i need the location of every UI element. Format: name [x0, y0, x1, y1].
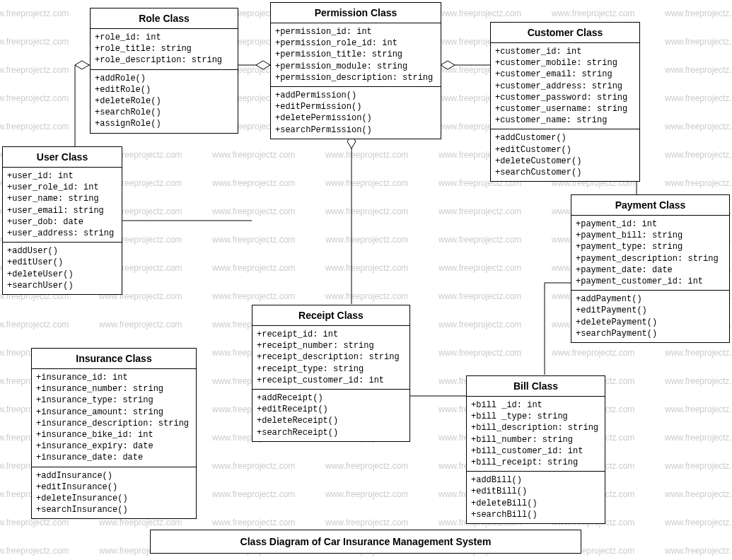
watermark-text: www.freeprojectz.com: [665, 122, 732, 132]
watermark-text: www.freeprojectz.com: [212, 263, 295, 273]
class-member: +user_dob: date: [7, 216, 117, 228]
class-member: +editCustomer(): [495, 144, 635, 156]
svg-marker-6: [441, 61, 455, 69]
class-member: +receipt_description: string: [257, 351, 405, 363]
class-member: +deleteCustomer(): [495, 156, 635, 167]
watermark-text: www.freeprojectz.com: [665, 376, 732, 386]
watermark-text: www.freeprojectz.com: [438, 206, 521, 216]
watermark-text: www.freeprojectz.com: [212, 150, 295, 160]
class-member: +insurance_expiry: date: [36, 441, 192, 452]
watermark-text: www.freeprojectz.com: [665, 489, 732, 499]
class-member: +searchUser(): [7, 280, 117, 291]
class-member: +addBill(): [471, 474, 600, 486]
watermark-text: www.freeprojectz.com: [212, 291, 295, 301]
class-member: +deleteInsurance(): [36, 493, 192, 504]
class-member: +addRole(): [95, 73, 233, 84]
class-member: +searchRole(): [95, 107, 233, 118]
watermark-text: www.freeprojectz.com: [552, 8, 634, 18]
class-member: +editReceipt(): [257, 404, 405, 415]
class-member: +bill_description: string: [471, 422, 600, 433]
watermark-text: www.freeprojectz.com: [665, 65, 732, 75]
class-member: +deleteReceipt(): [257, 415, 405, 426]
watermark-text: www.freeprojectz.com: [665, 461, 732, 471]
class-member: +deletePermission(): [275, 112, 436, 124]
class-title: Role Class: [91, 8, 238, 29]
class-member: +editPermission(): [275, 101, 436, 112]
watermark-text: www.freeprojectz.com: [212, 489, 295, 499]
class-member: +permission_description: string: [275, 72, 436, 83]
watermark-text: www.freeprojectz.com: [665, 518, 732, 527]
class-member: +customer_password: string: [495, 92, 635, 103]
watermark-text: www.freeprojectz.com: [0, 546, 69, 556]
class-member: +searchBill(): [471, 509, 600, 520]
watermark-text: www.freeprojectz.com: [0, 93, 69, 103]
class-member: +role_description: string: [95, 54, 233, 66]
class-member: +payment_bill: string: [576, 230, 725, 241]
watermark-text: www.freeprojectz.com: [325, 461, 408, 471]
class-attributes: +user_id: int+user_role_id: int+user_nam…: [3, 168, 122, 243]
watermark-text: www.freeprojectz.com: [0, 37, 69, 47]
class-member: +receipt_customer_id: int: [257, 375, 405, 386]
class-member: +addInsurance(): [36, 470, 192, 482]
class-user: User Class +user_id: int+user_role_id: i…: [2, 146, 122, 295]
watermark-text: www.freeprojectz.com: [0, 320, 69, 329]
watermark-text: www.freeprojectz.com: [665, 404, 732, 414]
class-member: +searchReceipt(): [257, 427, 405, 438]
class-member: +searchInsurance(): [36, 504, 192, 515]
class-member: +user_name: string: [7, 193, 117, 204]
class-member: +insurance_description: string: [36, 418, 192, 429]
svg-marker-4: [256, 61, 270, 69]
class-member: +receipt_number: string: [257, 340, 405, 351]
watermark-text: www.freeprojectz.com: [212, 178, 295, 188]
watermark-text: www.freeprojectz.com: [665, 37, 732, 47]
class-methods: +addUser()+editUser()+deleteUser()+searc…: [3, 243, 122, 294]
class-member: +insurance_date: date: [36, 452, 192, 463]
class-methods: +addBill()+editBill()+deleteBill()+searc…: [467, 472, 605, 523]
class-attributes: +receipt_id: int+receipt_number: string+…: [252, 326, 409, 390]
class-title: User Class: [3, 147, 122, 168]
class-member: +deleteBill(): [471, 498, 600, 509]
class-member: +editBill(): [471, 486, 600, 497]
class-member: +permission_title: string: [275, 49, 436, 60]
class-member: +user_id: int: [7, 170, 117, 182]
watermark-text: www.freeprojectz.com: [99, 320, 182, 329]
class-title: Receipt Class: [252, 305, 409, 326]
class-member: +editInsurance(): [36, 482, 192, 493]
watermark-text: www.freeprojectz.com: [0, 8, 69, 18]
watermark-text: www.freeprojectz.com: [552, 348, 634, 358]
diagram-title-text: Class Diagram of Car Insurance Managemen…: [240, 536, 492, 547]
watermark-text: www.freeprojectz.com: [212, 518, 295, 527]
class-member: +addCustomer(): [495, 132, 635, 144]
watermark-text: www.freeprojectz.com: [212, 235, 295, 245]
class-attributes: +bill _id: int+bill _type: string+bill_d…: [467, 397, 605, 472]
class-role: Role Class +role_id: int+role_title: str…: [90, 8, 238, 134]
class-member: +searchPermission(): [275, 124, 436, 136]
class-methods: +addRole()+editRole()+deleteRole()+searc…: [91, 70, 238, 133]
class-member: +searchPayment(): [576, 328, 725, 339]
class-attributes: +permission_id: int+permission_role_id: …: [271, 23, 441, 87]
class-member: +deleteUser(): [7, 269, 117, 280]
class-member: +insurance_type: string: [36, 395, 192, 406]
class-member: +permission_id: int: [275, 26, 436, 37]
class-member: +insurance_bike_id: int: [36, 429, 192, 441]
class-member: +user_role_id: int: [7, 182, 117, 193]
class-bill: Bill Class +bill _id: int+bill _type: st…: [466, 375, 605, 524]
class-attributes: +role_id: int+role_title: string+role_de…: [91, 29, 238, 70]
class-member: +user_address: string: [7, 228, 117, 239]
watermark-text: www.freeprojectz.com: [665, 8, 732, 18]
class-member: +insurance_number: string: [36, 383, 192, 395]
class-title: Permission Class: [271, 3, 441, 23]
watermark-text: www.freeprojectz.com: [325, 518, 408, 527]
class-member: +customer_address: string: [495, 81, 635, 92]
class-member: +addPayment(): [576, 293, 725, 305]
class-attributes: +customer_id: int+customer_mobile: strin…: [491, 43, 639, 129]
watermark-text: www.freeprojectz.com: [438, 320, 521, 329]
class-member: +payment_description: string: [576, 253, 725, 264]
watermark-text: www.freeprojectz.com: [212, 206, 295, 216]
class-member: +bill _id: int: [471, 399, 600, 411]
class-member: +addPermission(): [275, 90, 436, 101]
class-member: +editRole(): [95, 84, 233, 95]
watermark-text: www.freeprojectz.com: [325, 178, 408, 188]
class-member: +payment_date: date: [576, 264, 725, 276]
class-member: +receipt_type: string: [257, 363, 405, 375]
